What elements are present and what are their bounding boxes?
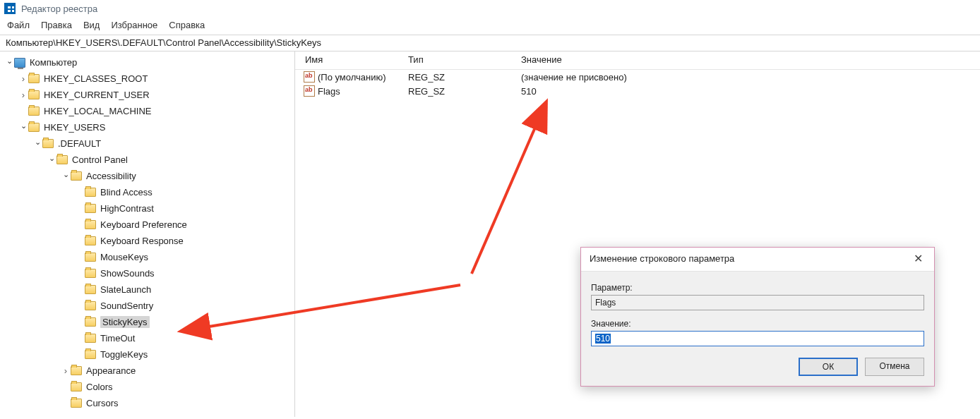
- cancel-button[interactable]: Отмена: [865, 358, 924, 376]
- col-type[interactable]: Тип: [408, 54, 521, 65]
- menu-favorites[interactable]: Избранное: [111, 20, 157, 30]
- tree-label: HKEY_CLASSES_ROOT: [44, 73, 148, 84]
- tree-item-timeout[interactable]: TimeOut: [3, 330, 294, 346]
- folder-icon: [85, 204, 96, 213]
- tree-item-soundsentry[interactable]: SoundSentry: [3, 298, 294, 314]
- menu-file[interactable]: Файл: [7, 20, 30, 30]
- expander-none: [75, 317, 85, 327]
- tree-control-panel[interactable]: Control Panel: [3, 152, 294, 168]
- tree-label: .DEFAULT: [58, 138, 101, 149]
- computer-icon: [14, 58, 25, 68]
- folder-icon: [85, 301, 96, 310]
- value-row[interactable]: FlagsREG_SZ510: [295, 84, 980, 98]
- expander-none: [61, 382, 71, 392]
- window-title: Редактор реестра: [21, 4, 97, 14]
- expander-none: [61, 399, 71, 408]
- tree-item-keyboard-response[interactable]: Keyboard Response: [3, 233, 294, 249]
- value-data: (значение не присвоено): [521, 72, 980, 83]
- tree-label: Компьютер: [30, 57, 77, 68]
- tree-root-computer[interactable]: Компьютер: [3, 54, 294, 71]
- menubar: Файл Правка Вид Избранное Справка: [0, 17, 980, 35]
- folder-icon: [85, 334, 96, 343]
- tree-item-blind-access[interactable]: Blind Access: [3, 184, 294, 200]
- value-type: REG_SZ: [408, 86, 521, 97]
- value-data: 510: [521, 86, 980, 97]
- edit-string-dialog[interactable]: Изменение строкового параметра ✕ Парамет…: [580, 247, 935, 387]
- tree-item-stickykeys[interactable]: StickyKeys: [3, 314, 294, 330]
- chevron-down-icon[interactable]: [4, 58, 14, 68]
- value-type: REG_SZ: [408, 72, 521, 83]
- chevron-down-icon[interactable]: [18, 123, 28, 133]
- menu-view[interactable]: Вид: [83, 20, 100, 30]
- col-value[interactable]: Значение: [521, 54, 980, 65]
- tree-label: Keyboard Response: [100, 236, 184, 246]
- tree-cursors[interactable]: Cursors: [3, 395, 294, 411]
- chevron-right-icon[interactable]: [18, 90, 28, 100]
- expander-none: [75, 236, 85, 246]
- tree-pane[interactable]: Компьютер HKEY_CLASSES_ROOT HKEY_CURRENT…: [0, 51, 295, 417]
- value-name: Flags: [318, 86, 340, 97]
- tree-hive-hklm[interactable]: HKEY_LOCAL_MACHINE: [3, 103, 294, 119]
- chevron-right-icon[interactable]: [18, 74, 28, 84]
- column-headers[interactable]: Имя Тип Значение: [295, 51, 980, 70]
- tree-appearance[interactable]: Appearance: [3, 363, 294, 379]
- folder-icon: [28, 123, 40, 132]
- tree-label: MouseKeys: [100, 252, 148, 262]
- tree-label: Colors: [86, 382, 113, 392]
- expander-none: [75, 350, 85, 360]
- close-icon[interactable]: ✕: [909, 252, 927, 265]
- tree-item-showsounds[interactable]: ShowSounds: [3, 265, 294, 281]
- expander-none: [75, 269, 85, 279]
- folder-icon: [56, 155, 68, 164]
- tree-label: StickyKeys: [100, 316, 150, 328]
- chevron-right-icon[interactable]: [61, 366, 71, 376]
- expander-none: [75, 253, 85, 262]
- tree-item-highcontrast[interactable]: HighContrast: [3, 200, 294, 217]
- col-name[interactable]: Имя: [295, 54, 408, 65]
- expander-none: [75, 220, 85, 230]
- folder-icon: [28, 107, 40, 116]
- app-icon: [4, 3, 16, 14]
- folder-icon: [85, 188, 96, 197]
- tree-label: Appearance: [86, 365, 136, 376]
- tree-label: HKEY_USERS: [44, 122, 105, 133]
- value-row[interactable]: (По умолчанию)REG_SZ(значение не присвое…: [295, 70, 980, 84]
- tree-item-keyboard-preference[interactable]: Keyboard Preference: [3, 217, 294, 233]
- tree-hive-hkcr[interactable]: HKEY_CLASSES_ROOT: [3, 71, 294, 87]
- address-bar[interactable]: Компьютер\HKEY_USERS\.DEFAULT\Control Pa…: [0, 35, 980, 51]
- folder-icon: [71, 366, 82, 375]
- titlebar: Редактор реестра: [0, 0, 980, 17]
- tree-label: Control Panel: [72, 154, 128, 165]
- folder-icon: [71, 171, 82, 181]
- reg-string-icon: [304, 71, 315, 83]
- tree-label: HighContrast: [100, 203, 154, 214]
- tree-item-slatelaunch[interactable]: SlateLaunch: [3, 281, 294, 298]
- ok-button[interactable]: ОК: [799, 358, 858, 376]
- chevron-down-icon[interactable]: [61, 171, 71, 181]
- expander-none: [75, 204, 85, 214]
- tree-label: Cursors: [86, 398, 119, 408]
- chevron-down-icon[interactable]: [47, 155, 56, 165]
- folder-icon: [28, 74, 40, 83]
- folder-icon: [71, 399, 82, 408]
- tree-item-togglekeys[interactable]: ToggleKeys: [3, 346, 294, 363]
- folder-icon: [85, 236, 96, 245]
- menu-edit[interactable]: Правка: [41, 20, 72, 30]
- expander-none: [75, 301, 85, 311]
- tree-hive-hkcu[interactable]: HKEY_CURRENT_USER: [3, 87, 294, 103]
- tree-accessibility[interactable]: Accessibility: [3, 168, 294, 184]
- expander-none: [18, 107, 28, 116]
- tree-label: ShowSounds: [100, 268, 155, 279]
- param-label: Параметр:: [591, 283, 924, 293]
- menu-help[interactable]: Справка: [169, 20, 205, 30]
- tree-colors[interactable]: Colors: [3, 379, 294, 395]
- chevron-down-icon[interactable]: [32, 139, 42, 149]
- tree-hive-hku[interactable]: HKEY_USERS: [3, 119, 294, 135]
- value-label: Значение:: [591, 319, 924, 329]
- tree-default[interactable]: .DEFAULT: [3, 135, 294, 152]
- expander-none: [75, 334, 85, 344]
- value-name: (По умолчанию): [318, 72, 386, 83]
- value-field[interactable]: 510: [591, 331, 924, 346]
- tree-item-mousekeys[interactable]: MouseKeys: [3, 249, 294, 265]
- dialog-title: Изменение строкового параметра: [590, 253, 734, 264]
